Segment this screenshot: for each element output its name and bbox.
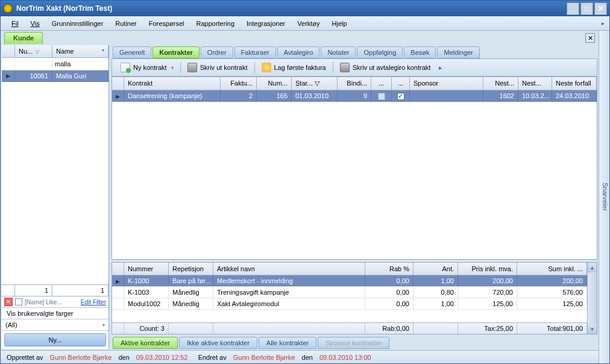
edit-filter-link[interactable]: Edit Filter <box>81 299 106 306</box>
tab-oppfolging[interactable]: Oppfølging <box>357 46 403 58</box>
menu-grunninnstillinger[interactable]: Grunninnstillinger <box>46 17 110 30</box>
tab-besok[interactable]: Besøk <box>404 46 436 58</box>
filter-name-input[interactable] <box>54 59 107 69</box>
lcol-artikkel[interactable]: Artikkel navn <box>213 263 365 275</box>
col-nest1[interactable]: Nest... <box>483 77 518 90</box>
col-forfall[interactable]: Neste forfall <box>552 77 597 90</box>
maximize-button[interactable]: □ <box>580 2 593 15</box>
kontrakt-grid: Kontrakt Faktu... Num... Star... ▽ Bindi… <box>112 77 597 260</box>
menu-rutiner[interactable]: Rutiner <box>109 17 142 30</box>
status-created-by: Gunn Berlotte Bjørke <box>50 354 112 361</box>
footer-count-a: 1 <box>15 285 52 296</box>
col-sponsor[interactable]: Sponsor <box>410 77 483 90</box>
menubar: Fil Vis Grunninnstillinger Rutiner Fores… <box>1 16 609 31</box>
filter-num-input[interactable] <box>16 59 51 69</box>
statusbar: Opprettet av Gunn Berlotte Bjørke den 09… <box>1 350 599 363</box>
ny-kontrakt-button[interactable]: Ny kontrakt ▾ <box>116 61 178 74</box>
toolbar: Ny kontrakt ▾ Skriv ut kontrakt Lag førs… <box>112 58 597 77</box>
line-row[interactable]: ▶ K-1000 Bare på før... Medlemskort - in… <box>112 275 587 287</box>
col-kontrakt[interactable]: Kontrakt <box>124 77 221 90</box>
filter-tabs: Aktive kontrakter Ikke aktive kontrakter… <box>112 336 597 349</box>
footer-count-b: 1 <box>52 285 108 296</box>
line-tax: Tax:25,00 <box>458 323 517 334</box>
status-modified-date: 09.03.2010 13:00 <box>319 354 371 361</box>
tab-generelt[interactable]: Generelt <box>113 46 151 58</box>
col-num[interactable]: Nu... ▽ <box>15 45 52 57</box>
col-x1[interactable]: ... <box>371 77 392 90</box>
close-tab-button[interactable]: ✕ <box>585 33 595 43</box>
col-nest2[interactable]: Nest... <box>518 77 552 90</box>
customer-list-panel: Nu... ▽ Name ▾ ▶ 10061 Malla Guri 1 1 ✕ <box>2 45 109 349</box>
snarveier-panel[interactable]: Snarveier <box>599 31 609 363</box>
close-button[interactable]: ✕ <box>594 2 607 15</box>
lcol-nummer[interactable]: Nummer <box>124 263 169 275</box>
col-bindi[interactable]: Bindi... <box>338 77 371 90</box>
menu-integrasjoner[interactable]: Integrasjoner <box>241 17 291 30</box>
btab-aktive[interactable]: Aktive kontrakter <box>113 337 178 349</box>
kontrakt-row[interactable]: ▶ Dansetrening (kampanje) 2 165 01.03.20… <box>112 90 597 102</box>
btab-alle[interactable]: Alle kontrakter <box>259 337 316 349</box>
filter-enabled-checkbox[interactable] <box>15 298 22 306</box>
line-row[interactable]: K-1003 Månedlig Treningsavgift kampanje … <box>112 287 587 298</box>
menu-overflow-icon[interactable]: ▸ <box>602 20 605 27</box>
checkbox-icon[interactable] <box>397 93 404 100</box>
status-modified-by: Gunn Berlotte Bjørke <box>233 354 295 361</box>
menu-foresporsel[interactable]: Forespørsel <box>143 17 190 30</box>
tab-avtalegiro[interactable]: Avtalegiro <box>277 46 320 58</box>
menu-rapportering[interactable]: Rapportering <box>190 17 241 30</box>
col-num[interactable]: Num... <box>257 77 292 90</box>
customer-row[interactable]: ▶ 10061 Malla Guri <box>2 71 108 82</box>
minibox-icon <box>378 93 385 100</box>
lcol-repetisjon[interactable]: Repetisjon <box>169 263 213 275</box>
scroll-down-icon[interactable]: ▼ <box>588 324 597 334</box>
titlebar: NorTrim Xakt (NorTrim Test) _ □ ✕ <box>1 1 609 16</box>
filter-expression: [Name] Like... <box>25 299 78 306</box>
toolbar-more-icon[interactable]: ▸ <box>437 62 444 74</box>
status-created-date: 09.03.2010 12:52 <box>136 354 188 361</box>
printer-icon <box>187 63 197 72</box>
module-tabs: Kunde ✕ <box>1 31 599 44</box>
tab-notater[interactable]: Notater <box>321 46 356 58</box>
star-icon <box>262 63 271 72</box>
window-title: NorTrim Xakt (NorTrim Test) <box>16 4 112 13</box>
menu-fil[interactable]: Fil <box>5 17 25 30</box>
lag-forste-faktura-button[interactable]: Lag første faktura <box>257 61 331 74</box>
lcol-rab[interactable]: Rab % <box>365 263 413 275</box>
btab-sponsor[interactable]: Sponsor kontrakter <box>318 337 389 349</box>
all-dropdown[interactable]: (All)▾ <box>2 319 108 330</box>
document-new-icon <box>121 63 130 72</box>
vis-farger-label: Vis brukervalgte farger <box>7 310 73 317</box>
menu-vis[interactable]: Vis <box>25 17 46 30</box>
lcol-sum[interactable]: Sum inkl. ... <box>517 263 587 275</box>
col-start[interactable]: Star... ▽ <box>292 77 338 90</box>
scrollbar[interactable]: ▲ ▼ <box>587 263 597 334</box>
col-x2[interactable]: ... <box>392 77 410 90</box>
scroll-up-icon[interactable]: ▲ <box>588 263 597 272</box>
lcol-pris[interactable]: Pris inkl. mva. <box>458 263 517 275</box>
col-expand[interactable] <box>2 45 15 57</box>
line-total: Total:901,00 <box>517 323 587 334</box>
line-rab: Rab:0,00 <box>365 323 413 334</box>
line-row[interactable]: Modul1002 Månedlig Xakt Avtalegiromodul … <box>112 298 587 310</box>
col-faktu[interactable]: Faktu... <box>221 77 257 90</box>
tab-fakturaer[interactable]: Fakturaer <box>234 46 276 58</box>
tab-meldinger[interactable]: Meldinger <box>437 46 479 58</box>
line-items-panel: Nummer Repetisjon Artikkel navn Rab % An… <box>112 262 597 334</box>
tab-kunde[interactable]: Kunde <box>4 32 43 44</box>
skriv-ut-kontrakt-button[interactable]: Skriv ut kontrakt <box>183 61 253 74</box>
col-name[interactable]: Name ▾ <box>52 45 108 57</box>
clear-filter-button[interactable]: ✕ <box>4 298 13 306</box>
printer-icon <box>340 63 350 72</box>
minimize-button[interactable]: _ <box>567 2 579 15</box>
tab-ordrer[interactable]: Ordrer <box>201 46 233 58</box>
ny-button[interactable]: Ny... <box>4 333 106 347</box>
app-icon <box>3 4 13 13</box>
menu-hjelp[interactable]: Hjelp <box>326 17 353 30</box>
detail-tabs: Generelt Kontrakter Ordrer Fakturaer Avt… <box>112 45 597 58</box>
skriv-ut-avtalegiro-button[interactable]: Skriv ut avtalegiro kontrakt <box>335 61 436 74</box>
lcol-ant[interactable]: Ant. <box>413 263 458 275</box>
menu-verktoy[interactable]: Verktøy <box>291 17 325 30</box>
line-count: Count: 3 <box>124 323 169 334</box>
btab-ikke-aktive[interactable]: Ikke aktive kontrakter <box>179 337 257 349</box>
tab-kontrakter[interactable]: Kontrakter <box>152 46 200 58</box>
